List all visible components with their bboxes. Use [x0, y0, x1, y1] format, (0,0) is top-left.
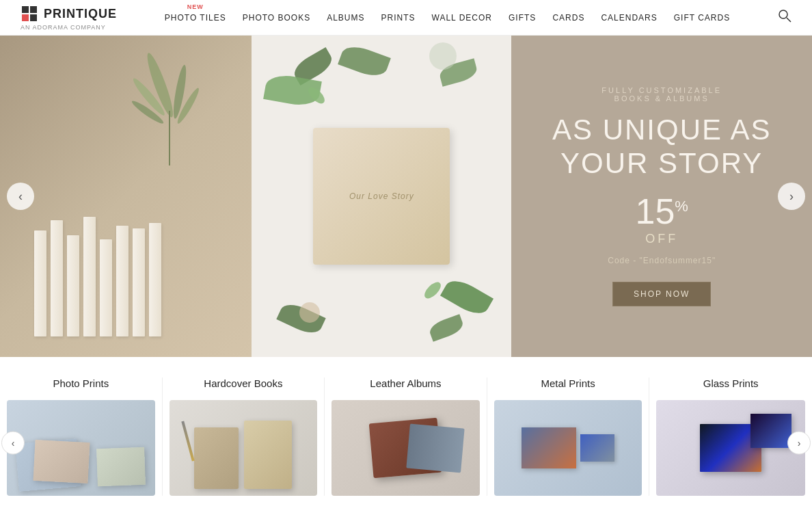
leaf-2: [338, 42, 391, 81]
book-4: [83, 217, 96, 336]
book-1: [34, 230, 46, 336]
nav-item-cards[interactable]: CARDS: [552, 10, 584, 25]
logo[interactable]: PRINTIQUE AN ADORAMA COMPANY: [21, 5, 117, 31]
book-3: [67, 235, 79, 336]
hero-slider: Our Love Story FULLY CUSTOMIZABLEBOOKS &…: [0, 36, 812, 357]
book-7: [133, 228, 145, 336]
search-icon: [778, 9, 791, 23]
carousel-prev-button[interactable]: ‹: [1, 431, 25, 454]
hero-panel-2: Our Love Story: [252, 36, 511, 357]
nav-item-photo-books[interactable]: PHOTO BOOKS: [243, 10, 310, 25]
product-leather-albums[interactable]: Leather Albums: [325, 377, 487, 496]
main-header: PRINTIQUE AN ADORAMA COMPANY NEW PHOTO T…: [0, 0, 812, 36]
metal-print-main: [522, 427, 576, 468]
leaf-5: [428, 314, 466, 342]
photo-prints-image: [7, 400, 155, 496]
book-8: [149, 223, 161, 336]
svg-rect-0: [22, 6, 29, 13]
nav-badge-new: NEW: [187, 3, 204, 10]
nav-item-gifts[interactable]: GIFTS: [509, 10, 536, 25]
nav-item-gift-cards[interactable]: GIFT CARDS: [674, 10, 730, 25]
product-metal-prints[interactable]: Metal Prints: [487, 377, 650, 496]
hb-book-1: [194, 427, 239, 489]
print-card-3: [96, 447, 146, 486]
hero-promo-code: Code - "Endofsummer15": [552, 256, 771, 265]
carousel-next-button[interactable]: ›: [787, 431, 811, 454]
hero-panels: Our Love Story FULLY CUSTOMIZABLEBOOKS &…: [0, 36, 812, 357]
nav-item-calendars[interactable]: CALENDARS: [601, 10, 657, 25]
product-hardcover-books[interactable]: Hardcover Books: [163, 377, 325, 496]
svg-rect-2: [22, 14, 29, 21]
metal-prints-image: [494, 400, 642, 496]
nav-item-albums[interactable]: ALBUMS: [327, 10, 364, 25]
hero-title: AS UNIQUE ASYOUR STORY: [552, 114, 771, 180]
slider-next-button[interactable]: ›: [778, 183, 805, 210]
logo-subtitle: AN ADORAMA COMPANY: [21, 24, 106, 31]
product-title-hardcover-books: Hardcover Books: [170, 377, 318, 389]
leather-albums-image: [331, 400, 480, 496]
hb-book-2: [244, 421, 292, 489]
nav-item-prints[interactable]: PRINTS: [381, 10, 416, 25]
hero-text-content: FULLY CUSTOMIZABLEBOOKS & ALBUMS AS UNIQ…: [525, 59, 798, 334]
slider-prev-button[interactable]: ‹: [7, 183, 34, 210]
panel2-bg: Our Love Story: [252, 36, 511, 357]
product-title-glass-prints: Glass Prints: [656, 377, 805, 389]
product-title-metal-prints: Metal Prints: [494, 377, 642, 389]
products-list: Photo Prints Hardcover Books Leather Alb…: [0, 377, 812, 496]
print-card-2: [33, 440, 90, 483]
leather-album-open: [406, 423, 464, 473]
svg-rect-3: [30, 14, 37, 21]
svg-line-5: [787, 18, 791, 22]
glass-prints-image: [656, 400, 805, 496]
leaf-small-2: [422, 280, 444, 302]
hero-offer-label: OFF: [552, 232, 771, 246]
metal-print-small: [580, 434, 614, 462]
nav-item-wall-decor[interactable]: WALL DECOR: [432, 10, 492, 25]
pencil-decor: [181, 421, 194, 462]
products-carousel: ‹ Photo Prints Hardcover Books Leather A…: [0, 357, 812, 509]
logo-icon: [21, 5, 40, 24]
album-cover: Our Love Story: [313, 128, 450, 265]
svg-rect-1: [30, 6, 37, 13]
book-6: [116, 226, 128, 336]
hero-panel-1: [0, 36, 252, 357]
book-5: [100, 239, 112, 336]
product-title-photo-prints: Photo Prints: [7, 377, 155, 389]
book-2: [51, 220, 63, 336]
search-button[interactable]: [778, 9, 791, 26]
svg-point-4: [779, 10, 787, 18]
fern-svg: [101, 42, 238, 179]
nav-item-photo-tiles[interactable]: NEW PHOTO TILES: [165, 10, 226, 25]
product-photo-prints[interactable]: Photo Prints: [0, 377, 163, 496]
logo-text: PRINTIQUE: [21, 5, 117, 24]
product-glass-prints[interactable]: Glass Prints: [649, 377, 812, 496]
glass-print-small: [750, 414, 791, 448]
hero-offer-number: 15%: [552, 194, 771, 229]
product-title-leather-albums: Leather Albums: [331, 377, 480, 389]
hero-panel-3: FULLY CUSTOMIZABLEBOOKS & ALBUMS AS UNIQ…: [511, 36, 812, 357]
hero-cta-button[interactable]: SHOP NOW: [612, 282, 711, 306]
books-stack: [34, 217, 161, 336]
main-nav: NEW PHOTO TILES PHOTO BOOKS ALBUMS PRINT…: [165, 10, 730, 25]
hero-subtitle: FULLY CUSTOMIZABLEBOOKS & ALBUMS: [552, 86, 771, 103]
leaf-7: [440, 275, 493, 319]
panel1-bg: [0, 36, 252, 357]
hardcover-books-image: [170, 400, 318, 496]
fern-decoration: [101, 42, 238, 182]
